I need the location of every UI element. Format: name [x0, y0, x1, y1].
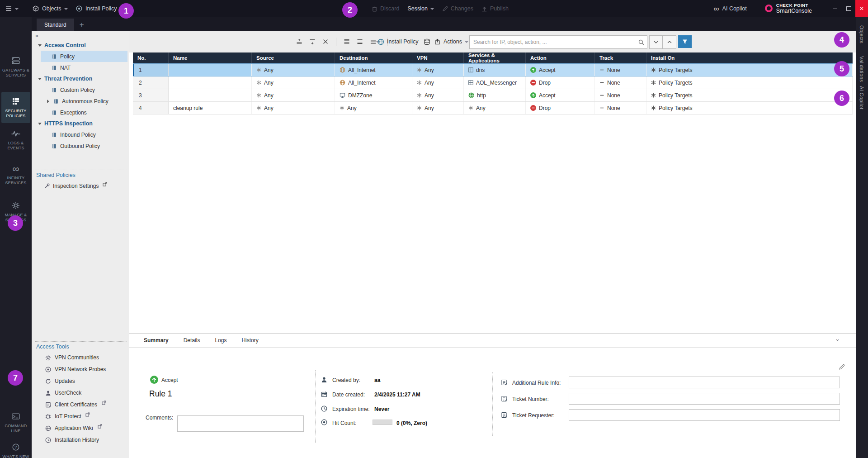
actions-menu-button[interactable]: Actions [434, 37, 468, 47]
collapse-panel-icon[interactable]: ⌄ [835, 335, 840, 342]
search-icon[interactable] [638, 39, 644, 45]
nav-item-policy[interactable]: Policy [41, 51, 127, 62]
dock-tab-objects[interactable]: Objects [859, 25, 864, 43]
additional-info-label: Additional Rule Info: [512, 380, 561, 386]
col-source[interactable]: Source [252, 52, 335, 63]
any-icon [417, 67, 422, 72]
table-row[interactable]: 1 Any All_Internet Any dns Accept None P… [133, 63, 853, 76]
session-menu-button[interactable]: Session [407, 5, 434, 12]
nav-item-label: Installation History [55, 437, 99, 443]
gear-cluster-icon [45, 355, 51, 361]
nav-section-access-tools[interactable]: Access Tools [32, 342, 129, 352]
sidebar-item-security-policies[interactable]: SECURITY POLICIES [1, 92, 30, 123]
install-policy-topbar-button[interactable]: Install Policy [76, 0, 117, 17]
any-icon [468, 105, 473, 110]
nav-item-application-wiki[interactable]: Application Wiki [32, 422, 129, 434]
comments-input[interactable] [177, 415, 304, 432]
nav-item-exceptions[interactable]: Exceptions [41, 107, 127, 118]
search-input[interactable] [470, 39, 635, 45]
nav-item-custom-policy[interactable]: Custom Policy [41, 84, 127, 95]
rule-number: 2 [139, 80, 142, 86]
tab-summary[interactable]: Summary [144, 337, 169, 344]
nav-section-https-inspection[interactable]: HTTPS Inspection [32, 118, 129, 129]
nav-item-autonomous-policy[interactable]: Autonomous Policy [41, 95, 127, 107]
table-row[interactable]: 2 Any All_Internet Any AOL_Messenger Dro… [133, 76, 853, 89]
expiration-value: Never [374, 406, 389, 412]
nav-item-usercheck[interactable]: UserCheck [32, 387, 129, 399]
publish-button[interactable]: Publish [481, 5, 509, 12]
col-no[interactable]: No. [133, 52, 169, 63]
next-match-button[interactable] [649, 35, 663, 49]
col-services[interactable]: Services & Applications [464, 52, 526, 63]
ticket-number-input[interactable] [569, 393, 840, 405]
table-row[interactable]: 4 cleanup rule Any Any Any Any Drop None… [133, 102, 853, 114]
tab-standard[interactable]: Standard [37, 19, 74, 31]
nav-item-updates[interactable]: Updates [32, 375, 129, 387]
col-install-on[interactable]: Install On [646, 52, 853, 63]
policy-main-area: Install Policy Actions No. Name [129, 31, 856, 458]
nav-item-client-certificates[interactable]: Client Certificates [32, 399, 129, 410]
nav-item-nat[interactable]: NAT [41, 62, 127, 73]
edit-pencil-icon[interactable] [839, 364, 845, 370]
sidebar-item-infinity-services[interactable]: ∞ INFINITY SERVICES [1, 163, 30, 186]
nav-section-threat-prevention[interactable]: Threat Prevention [32, 73, 129, 84]
external-link-icon [103, 182, 107, 186]
filter-button[interactable] [678, 35, 692, 48]
tab-history[interactable]: History [241, 337, 258, 344]
previous-match-button[interactable] [663, 35, 676, 49]
collapse-panel-button[interactable]: « [35, 32, 38, 39]
install-policy-toolbar-button[interactable]: Install Policy [377, 37, 418, 47]
discard-button[interactable]: Discard [372, 5, 399, 12]
install-database-button[interactable] [424, 37, 430, 47]
nav-item-label: Policy [60, 53, 75, 60]
table-row[interactable]: 3 Any DMZZone Any http Accept None Polic… [133, 89, 853, 102]
sidebar-item-command-line[interactable]: COMMAND LINE [1, 411, 30, 434]
maximize-button[interactable] [842, 0, 855, 17]
col-name[interactable]: Name [169, 52, 252, 63]
destination-value: All_Internet [348, 67, 376, 73]
col-track[interactable]: Track [595, 52, 646, 63]
divider [336, 38, 336, 46]
nav-item-vpn-communities[interactable]: VPN Communities [32, 352, 129, 363]
app-menu-button[interactable] [5, 0, 19, 17]
tab-details[interactable]: Details [184, 337, 200, 344]
action-value: Drop [539, 105, 551, 111]
additional-info-input[interactable] [569, 377, 840, 388]
close-button[interactable]: ✕ [855, 0, 868, 17]
col-vpn[interactable]: VPN [412, 52, 464, 63]
col-destination[interactable]: Destination [335, 52, 412, 63]
add-rule-above-button[interactable] [294, 37, 304, 47]
sidebar-item-gateways-servers[interactable]: GATEWAYS & SERVERS [1, 55, 30, 78]
nav-item-installation-history[interactable]: Installation History [32, 434, 129, 446]
policy-book-icon [52, 65, 57, 71]
install-policy-label: Install Policy [387, 38, 418, 45]
dock-tab-ai-copilot[interactable]: AI Copilot [859, 86, 864, 110]
ai-copilot-button[interactable]: ∞ AI Copilot [713, 5, 746, 13]
tab-logs[interactable]: Logs [215, 337, 226, 344]
nav-item-inbound-policy[interactable]: Inbound Policy [41, 129, 127, 140]
close-icon: ✕ [859, 5, 864, 12]
nav-item-outbound-policy[interactable]: Outbound Policy [41, 140, 127, 152]
ticket-requester-input[interactable] [569, 409, 840, 421]
ai-copilot-label: AI Copilot [722, 5, 747, 12]
minimize-button[interactable] [828, 0, 842, 17]
nav-item-inspection-settings[interactable]: Inspection Settings [32, 180, 127, 191]
add-rule-below-button[interactable] [307, 37, 317, 47]
changes-button[interactable]: Changes [442, 5, 473, 12]
nav-item-iot-protect[interactable]: IoT Protect [32, 410, 129, 422]
add-rule-below-icon [309, 38, 316, 45]
sidebar-item-logs-events[interactable]: LOGS & EVENTS [1, 128, 30, 151]
dock-tab-validations[interactable]: Validations [859, 56, 864, 82]
sidebar-item-whats-new[interactable]: WHAT'S NEW [1, 442, 30, 458]
install-on-value: Policy Targets [659, 92, 692, 99]
delete-rule-button[interactable] [321, 37, 330, 47]
nav-section-access-control[interactable]: Access Control [32, 40, 129, 51]
rule-details-panel: Summary Details Logs History ⌄ Accept Ru… [129, 333, 856, 458]
new-tab-button[interactable]: + [80, 19, 84, 31]
nav-section-shared-policies[interactable]: Shared Policies [32, 170, 129, 180]
add-section-below-button[interactable] [355, 37, 365, 47]
col-action[interactable]: Action [526, 52, 595, 63]
add-section-above-button[interactable] [342, 37, 352, 47]
nav-item-vpn-network-probes[interactable]: VPN Network Probes [32, 363, 129, 375]
objects-menu-button[interactable]: Objects [33, 0, 68, 17]
